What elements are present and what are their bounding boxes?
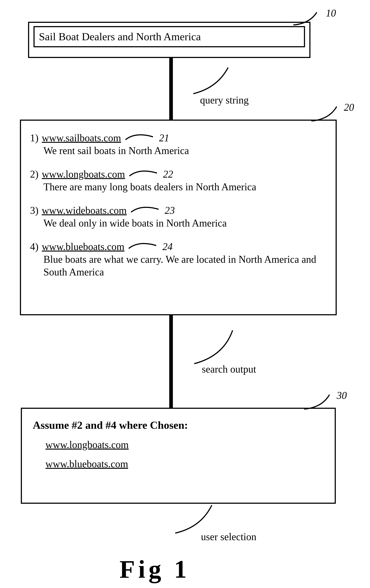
label-query-string: query string bbox=[200, 94, 249, 106]
connector-results-selection bbox=[169, 315, 173, 408]
result-desc: We rent sail boats in North America bbox=[43, 144, 328, 157]
result-item: 3) www.wideboats.com 23 We deal only in … bbox=[30, 204, 328, 229]
ref-20: 20 bbox=[344, 102, 354, 113]
query-panel: Sail Boat Dealers and North America bbox=[28, 22, 310, 58]
label-lead-query bbox=[192, 66, 239, 95]
result-link[interactable]: www.longboats.com bbox=[42, 168, 125, 180]
result-link[interactable]: www.wideboats.com bbox=[42, 204, 127, 217]
ref-lead-30 bbox=[304, 393, 340, 410]
query-input[interactable]: Sail Boat Dealers and North America bbox=[33, 26, 305, 47]
result-desc: We deal only in wide boats in North Amer… bbox=[43, 217, 328, 229]
results-panel: 1) www.sailboats.com 21 We rent sail boa… bbox=[20, 120, 337, 315]
ref-lead-20 bbox=[311, 105, 348, 121]
ref-lead-23 bbox=[130, 207, 159, 214]
figure-canvas: Sail Boat Dealers and North America 10 q… bbox=[7, 7, 370, 588]
label-lead-search-output bbox=[193, 329, 243, 365]
selection-panel: Assume #2 and #4 where Chosen: www.longb… bbox=[21, 408, 336, 504]
ref-10: 10 bbox=[326, 7, 336, 19]
label-lead-user-selection bbox=[174, 504, 224, 535]
ref-lead-22 bbox=[129, 170, 158, 178]
result-number: 4) bbox=[30, 240, 39, 253]
result-number: 1) bbox=[30, 132, 39, 144]
result-link[interactable]: www.blueboats.com bbox=[42, 240, 125, 253]
result-item: 1) www.sailboats.com 21 We rent sail boa… bbox=[30, 132, 328, 157]
ref-23: 23 bbox=[165, 204, 175, 217]
result-desc: There are many long boats dealers in Nor… bbox=[43, 180, 328, 193]
result-item: 2) www.longboats.com 22 There are many l… bbox=[30, 168, 328, 193]
ref-lead-21 bbox=[125, 134, 154, 142]
result-number: 2) bbox=[30, 168, 39, 180]
selection-title: Assume #2 and #4 where Chosen: bbox=[33, 418, 326, 432]
ref-30: 30 bbox=[337, 389, 347, 401]
results-body: 1) www.sailboats.com 21 We rent sail boa… bbox=[21, 121, 336, 296]
ref-lead-24 bbox=[128, 243, 157, 250]
ref-24: 24 bbox=[162, 240, 172, 253]
label-search-output: search output bbox=[202, 363, 256, 375]
selection-link[interactable]: www.blueboats.com bbox=[45, 457, 326, 471]
ref-22: 22 bbox=[163, 168, 173, 180]
connector-query-results bbox=[169, 58, 173, 120]
result-link[interactable]: www.sailboats.com bbox=[42, 132, 121, 144]
label-user-selection: user selection bbox=[201, 531, 256, 543]
result-number: 3) bbox=[30, 204, 39, 217]
result-desc: Blue boats are what we carry. We are loc… bbox=[43, 253, 328, 278]
selection-link[interactable]: www.longboats.com bbox=[45, 438, 326, 452]
figure-label: Fig 1 bbox=[120, 555, 190, 584]
result-item: 4) www.blueboats.com 24 Blue boats are w… bbox=[30, 240, 328, 278]
ref-21: 21 bbox=[159, 132, 169, 144]
